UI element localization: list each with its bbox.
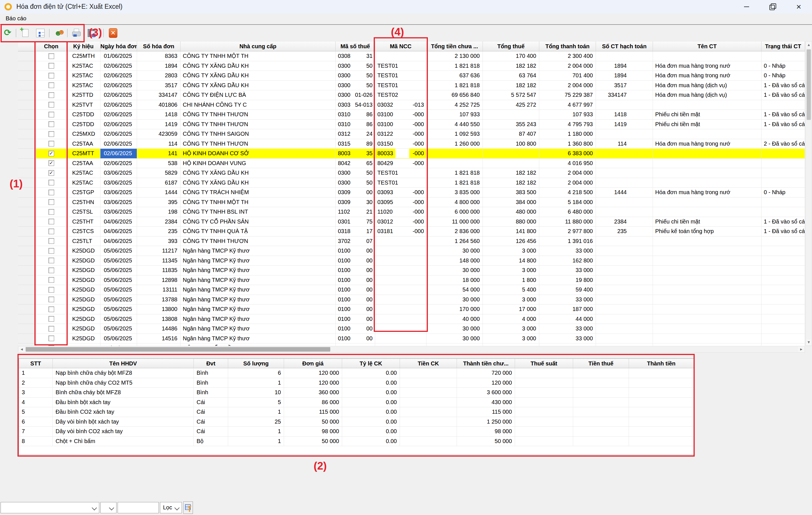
cell-chon[interactable] — [36, 61, 66, 71]
cell-ky[interactable]: K25TAC — [66, 71, 100, 81]
cell-t2[interactable]: 126 456 — [483, 237, 539, 246]
invoice-row[interactable]: C25MXD02/06/2025423059CÔNG TY TNHH SAIGO… — [18, 129, 805, 139]
cell-t1[interactable]: 69 656 840 — [427, 90, 483, 100]
cell-t2[interactable]: 182 182 — [483, 168, 539, 178]
cell-sel[interactable] — [18, 295, 36, 305]
invoice-row[interactable]: C25TLT04/06/2025393CÔNG TY TNHH THƯƠN370… — [18, 237, 805, 246]
detail-cell-dg[interactable]: 120 000 — [284, 368, 342, 378]
row-checkbox[interactable] — [49, 277, 54, 283]
cell-ten[interactable]: CHI NHÁNH CÔNG TY C — [180, 100, 336, 110]
cell-st[interactable] — [761, 304, 805, 314]
cell-ten[interactable]: CÔNG TY TNHH THƯƠN — [180, 110, 336, 120]
cell-ct[interactable] — [596, 51, 653, 61]
detail-cell-ck[interactable]: 0.00 — [342, 368, 400, 378]
cell-t2[interactable]: 3 000 — [483, 334, 539, 344]
cell-ky[interactable]: C25TDD — [66, 110, 100, 120]
cell-ky[interactable]: C25TSL — [66, 207, 100, 217]
detail-cell-stt[interactable]: 7 — [19, 427, 53, 437]
cell-sel[interactable] — [18, 266, 36, 275]
cell-chon[interactable] — [36, 324, 66, 334]
cell-ten[interactable]: CÔNG TY TNHH QUÀ TẶ — [180, 226, 336, 237]
cell-ct[interactable] — [596, 314, 653, 324]
cell-so[interactable]: 235 — [137, 226, 180, 237]
detail-cell-ttc[interactable]: 50 000 — [457, 437, 515, 446]
vertical-scrollbar[interactable]: ▲ ▼ — [806, 41, 812, 346]
cell-ncc[interactable] — [375, 237, 427, 246]
detail-cell-tth[interactable] — [573, 427, 629, 437]
detail-cell-tck[interactable] — [400, 427, 457, 437]
line-item-row[interactable]: 3Bình chữa cháy bột MFZ8Bình10360 0000.0… — [19, 388, 694, 398]
cell-t2[interactable]: 880 000 — [483, 217, 539, 227]
invoice-row[interactable]: K25DGD05/06/202513808Ngân hàng TMCP Kỹ t… — [18, 314, 805, 324]
cell-so[interactable]: 13808 — [137, 314, 180, 324]
scroll-left-icon[interactable]: ◄ — [19, 347, 25, 352]
cell-sel[interactable] — [18, 81, 36, 90]
cell-ncc[interactable] — [375, 295, 427, 305]
cell-ct[interactable] — [596, 275, 653, 285]
cell-st[interactable] — [761, 334, 805, 344]
detail-cell-tth[interactable] — [573, 417, 629, 427]
detail-column-header-ts[interactable]: Thuế suất — [515, 359, 573, 368]
cell-t1[interactable]: 4 800 000 — [427, 197, 483, 208]
cell-ncc[interactable]: 03093-000 — [375, 188, 427, 197]
cell-mst[interactable]: 031224 — [336, 129, 375, 139]
cell-so[interactable]: 13788 — [137, 295, 180, 305]
row-checkbox[interactable] — [49, 248, 54, 254]
detail-cell-dg[interactable]: 50 000 — [284, 417, 342, 427]
cell-so[interactable]: 2384 — [137, 217, 180, 227]
cell-ct[interactable]: 1419 — [596, 120, 653, 130]
detail-cell-ten[interactable]: Chột + Chì bấm — [53, 437, 194, 446]
cell-ncc[interactable]: 11020-000 — [375, 207, 427, 217]
line-item-row[interactable]: 7Dây vòi bình CO2 xách tayCái198 0000.00… — [19, 427, 694, 437]
cell-chon[interactable] — [36, 237, 66, 246]
cell-ct[interactable] — [596, 344, 653, 346]
cell-ten[interactable]: CÔNG TY XĂNG DẦU KH — [180, 168, 336, 178]
invoice-row[interactable]: K25TAC03/06/20256187CÔNG TY XĂNG DẦU KH0… — [18, 178, 805, 188]
cell-sel[interactable] — [18, 246, 36, 256]
column-header-ky[interactable]: Ký hiệu — [66, 41, 100, 51]
invoice-row[interactable]: K25DGD05/06/202514486Ngân hàng TMCP Kỹ t… — [18, 324, 805, 334]
cell-mst[interactable]: 030050 — [336, 61, 375, 71]
cell-sel[interactable] — [18, 149, 36, 159]
cell-ncc[interactable]: TEST01 — [375, 168, 427, 178]
cell-t3[interactable]: 33 000 — [539, 266, 596, 275]
detail-cell-dvt[interactable]: Bình — [194, 368, 228, 378]
cell-ngay[interactable]: 02/06/2025 — [100, 129, 137, 139]
detail-column-header-sl[interactable]: Số lượng — [228, 359, 284, 368]
cell-ncc[interactable]: 03095-000 — [375, 197, 427, 208]
cell-t2[interactable]: 3 000 — [483, 246, 539, 256]
detail-cell-tt[interactable] — [629, 407, 694, 417]
detail-cell-dg[interactable]: 98 000 — [284, 427, 342, 437]
line-item-row[interactable]: 4Đầu bình bột xách tayCái586 0000.00430 … — [19, 398, 694, 407]
cell-ten[interactable]: Ngân hàng TMCP Kỹ thươ — [180, 266, 336, 275]
cell-ngay[interactable]: 05/06/2025 — [100, 295, 137, 305]
cell-mst[interactable]: 030175 — [336, 217, 375, 227]
detail-cell-tth[interactable] — [573, 388, 629, 398]
cell-t3[interactable]: 5 184 000 — [539, 197, 596, 208]
cell-so[interactable]: 1894 — [137, 61, 180, 71]
cell-ct[interactable] — [596, 207, 653, 217]
row-checkbox[interactable] — [49, 209, 54, 215]
cell-ncc[interactable]: TEST01 — [375, 61, 427, 71]
cell-ct[interactable] — [596, 168, 653, 178]
cell-chon[interactable]: ✓ — [36, 149, 66, 159]
column-header-t3[interactable]: Tổng thanh toán — [539, 41, 596, 51]
cell-mst[interactable]: 030001-026 — [336, 90, 375, 100]
cell-st[interactable] — [761, 285, 805, 295]
cell-t3[interactable]: 107 933 — [539, 110, 596, 120]
detail-cell-dg[interactable]: 50 000 — [284, 437, 342, 446]
cell-ct[interactable] — [596, 197, 653, 208]
invoice-row[interactable]: K25TAC02/06/20252803CÔNG TY XĂNG DẦU KH0… — [18, 71, 805, 81]
detail-cell-ck[interactable]: 0.00 — [342, 398, 400, 407]
cell-t2[interactable]: 384 000 — [483, 197, 539, 208]
invoice-row[interactable]: C25MDC05/06/2025105838CÔNG TY CỔ PHẦN XE… — [18, 344, 805, 346]
detail-column-header-ttc[interactable]: Thành tiền chư... — [457, 359, 515, 368]
cell-t1[interactable]: 637 636 — [427, 71, 483, 81]
cell-t2[interactable]: 4 000 — [483, 314, 539, 324]
detail-cell-tck[interactable] — [400, 368, 457, 378]
cell-so[interactable]: 11345 — [137, 256, 180, 266]
detail-cell-ttc[interactable]: 115 000 — [457, 407, 515, 417]
detail-cell-ttc[interactable]: 1 250 000 — [457, 417, 515, 427]
detail-cell-stt[interactable]: 3 — [19, 388, 53, 398]
cell-ky[interactable]: K25DGD — [66, 285, 100, 295]
